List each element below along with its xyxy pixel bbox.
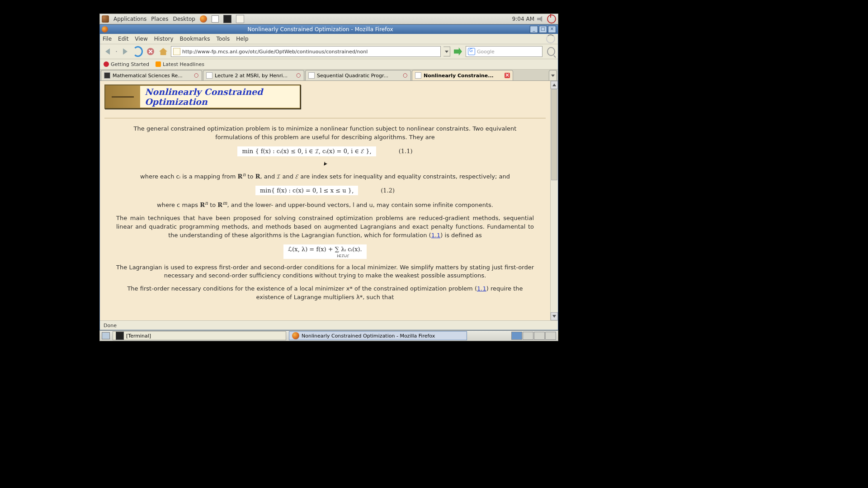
equation-math: min { f(x) : cᵢ(x) ≤ 0, i ∈ 𝓘, cᵢ(x) = 0… xyxy=(237,146,376,156)
tab-label: Nonlinearly Constraine... xyxy=(424,73,502,79)
text: where each cᵢ is a mapping from xyxy=(140,173,238,180)
tab-label: Lecture 2 at MSRI, by Henri... xyxy=(215,73,293,79)
vertical-scrollbar[interactable] xyxy=(550,81,558,320)
go-button[interactable] xyxy=(453,47,463,56)
search-placeholder: Google xyxy=(477,49,495,55)
window-titlebar[interactable]: Nonlinearly Constrained Optimization - M… xyxy=(100,25,558,34)
tab-favicon-icon xyxy=(104,72,110,79)
equation-lagrangian: ℒ(x, λ) = f(x) + ∑ λᵢ cᵢ(x). i∈𝓘∪𝓔 xyxy=(104,244,546,259)
navigation-toolbar: · http://www-fp.mcs.anl.gov/otc/Guide/Op… xyxy=(100,44,558,59)
search-bar[interactable]: Google xyxy=(466,46,542,57)
menu-view[interactable]: View xyxy=(135,36,147,42)
firefox-window: Nonlinearly Constrained Optimization - M… xyxy=(99,24,558,330)
menu-help[interactable]: Help xyxy=(236,36,248,42)
home-button[interactable] xyxy=(158,47,168,56)
menu-edit[interactable]: Edit xyxy=(118,36,128,42)
techniques-paragraph: The main techniques that have been propo… xyxy=(116,214,534,240)
tab-close-icon[interactable]: × xyxy=(505,73,510,78)
equation-number: (1.2) xyxy=(381,187,395,194)
address-dropdown[interactable] xyxy=(443,47,450,56)
task-label: Nonlinearly Constrained Optimization - M… xyxy=(302,333,435,339)
tab-favicon-icon xyxy=(415,72,421,79)
firefox-launcher-icon[interactable] xyxy=(200,15,207,23)
status-text: Done xyxy=(104,323,117,328)
scroll-thumb[interactable] xyxy=(551,89,557,180)
menu-tools[interactable]: Tools xyxy=(217,36,230,42)
banner-rule-icon xyxy=(112,96,134,98)
tab-close-icon[interactable]: ○ xyxy=(193,73,199,78)
equation-1-1: min { f(x) : cᵢ(x) ≤ 0, i ∈ 𝓘, cᵢ(x) = 0… xyxy=(104,146,546,156)
mail-launcher-icon[interactable] xyxy=(212,15,219,23)
rss-icon xyxy=(156,61,161,67)
workspace-1[interactable] xyxy=(511,332,522,340)
scroll-down-button[interactable] xyxy=(551,312,558,320)
link-eq-1-1-b[interactable]: 1.1 xyxy=(477,285,486,292)
text: ) is defined as xyxy=(440,232,482,239)
editor-launcher-icon[interactable] xyxy=(236,15,244,23)
stop-icon xyxy=(147,48,154,55)
menu-bookmarks[interactable]: Bookmarks xyxy=(180,36,210,42)
task-terminal[interactable]: [Terminal] xyxy=(113,331,286,340)
tab-list-dropdown[interactable] xyxy=(549,70,557,80)
workspace-4[interactable] xyxy=(545,332,556,340)
text: to xyxy=(245,173,255,180)
workspace-switcher[interactable] xyxy=(511,332,556,340)
equation-number: (1.1) xyxy=(399,148,413,155)
terminal-launcher-icon[interactable] xyxy=(223,15,231,23)
text: where c maps xyxy=(157,202,200,208)
task-firefox[interactable]: Nonlinearly Constrained Optimization - M… xyxy=(289,331,467,340)
content-viewport: Nonlinearly Constrained Optimization The… xyxy=(100,81,558,320)
maximize-button[interactable]: □ xyxy=(539,26,547,33)
page-content: Nonlinearly Constrained Optimization The… xyxy=(100,81,550,320)
mapping-paragraph-1: where each cᵢ is a mapping from Rn to R,… xyxy=(116,171,534,181)
link-eq-1-1[interactable]: 1.1 xyxy=(431,232,441,239)
summation-subscript: i∈𝓘∪𝓔 xyxy=(337,253,349,258)
forward-button[interactable] xyxy=(120,47,130,56)
firefox-icon xyxy=(292,332,299,339)
gnome-foot-icon xyxy=(102,15,109,23)
bookmarks-toolbar: Getting Started Latest Headlines xyxy=(100,59,558,70)
back-arrow-icon xyxy=(105,48,110,55)
applications-menu[interactable]: Applications xyxy=(113,16,146,22)
desktop-menu[interactable]: Desktop xyxy=(173,16,195,22)
lagrangian-paragraph: The Lagrangian is used to express first-… xyxy=(116,263,534,281)
tab-strip: Mathematical Sciences Re... ○ Lecture 2 … xyxy=(100,70,558,81)
page-title: Nonlinearly Constrained Optimization xyxy=(140,86,300,108)
reload-button[interactable] xyxy=(133,47,143,56)
search-go-button[interactable] xyxy=(545,47,555,56)
menu-bar: File Edit View History Bookmarks Tools H… xyxy=(100,34,558,44)
mouse-cursor-icon xyxy=(323,159,327,165)
magnifier-icon xyxy=(547,47,555,56)
tab-mathematical-sciences[interactable]: Mathematical Sciences Re... ○ xyxy=(101,70,202,80)
tab-sequential-quadratic[interactable]: Sequential Quadratic Progr... ○ xyxy=(305,70,411,80)
tab-close-icon[interactable]: ○ xyxy=(296,73,301,78)
tab-lecture-msri[interactable]: Lecture 2 at MSRI, by Henri... ○ xyxy=(203,70,304,80)
back-button[interactable] xyxy=(103,47,113,56)
tab-nonlinearly-constrained[interactable]: Nonlinearly Constraine... × xyxy=(412,70,513,80)
stop-button[interactable] xyxy=(146,47,156,56)
firefox-icon xyxy=(102,26,108,33)
clock[interactable]: 9:04 AM xyxy=(512,16,534,22)
equation-math: min{ f(x) : c(x) = 0, l ≤ x ≤ u }, xyxy=(255,186,358,195)
power-icon[interactable] xyxy=(547,14,556,23)
text: ℒ(x, λ) = f(x) + ∑ λᵢ cᵢ(x). xyxy=(288,246,362,253)
bookmark-getting-started[interactable]: Getting Started xyxy=(104,61,149,67)
bookmark-latest-headlines[interactable]: Latest Headlines xyxy=(156,61,204,67)
home-icon xyxy=(159,48,167,55)
menu-history[interactable]: History xyxy=(154,36,174,42)
tab-close-icon[interactable]: ○ xyxy=(402,73,408,78)
page-heading-banner: Nonlinearly Constrained Optimization xyxy=(104,84,301,109)
address-bar[interactable]: http://www-fp.mcs.anl.gov/otc/Guide/OptW… xyxy=(171,46,441,57)
gnome-top-panel: Applications Places Desktop 9:04 AM xyxy=(99,14,558,24)
scroll-up-button[interactable] xyxy=(551,81,558,89)
google-engine-icon[interactable] xyxy=(468,48,475,55)
minimize-button[interactable]: _ xyxy=(530,26,538,33)
places-menu[interactable]: Places xyxy=(151,16,168,22)
workspace-2[interactable] xyxy=(523,332,533,340)
menu-file[interactable]: File xyxy=(103,36,112,42)
show-desktop-icon[interactable] xyxy=(102,332,110,339)
mapping-paragraph-2: where c maps Rn to Rm, and the lower- an… xyxy=(116,200,534,210)
volume-icon[interactable] xyxy=(537,15,544,23)
close-button[interactable]: × xyxy=(548,26,556,33)
workspace-3[interactable] xyxy=(534,332,545,340)
